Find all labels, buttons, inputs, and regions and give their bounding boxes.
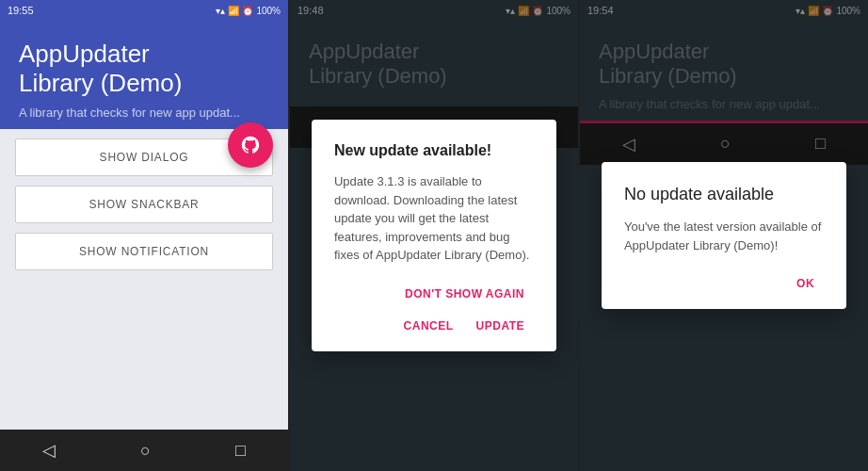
panel-update-dialog: 19:48 ▾▴ 📶 ⏰ 100% AppUpdaterLibrary (Dem… <box>290 0 578 471</box>
github-fab-button[interactable] <box>228 122 273 168</box>
no-update-dialog-message: You've the latest version available of A… <box>624 218 824 254</box>
no-update-dialog-actions: OK <box>624 269 824 298</box>
recent-button-1[interactable]: □ <box>235 441 246 461</box>
panel-main: 19:55 ▾▴ 📶 ⏰ 100% AppUpdaterLibrary (Dem… <box>0 0 288 471</box>
nav-bar-1: ◁ ○ □ <box>0 430 288 471</box>
no-update-dialog-title: No update available <box>624 185 824 204</box>
ok-button[interactable]: OK <box>787 269 824 298</box>
dialog-message-2: Update 3.1.3 is available to download. D… <box>334 172 534 265</box>
dialog-title-2: New update available! <box>334 142 534 159</box>
show-snackbar-button[interactable]: SHOW SNACKBAR <box>15 186 273 223</box>
update-button[interactable]: UPDATE <box>467 312 534 340</box>
signal-icon: 📶 <box>228 6 239 16</box>
panel-no-update-dialog: 19:54 ▾▴ 📶 ⏰ 100% AppUpdaterLibrary (Dem… <box>580 0 868 471</box>
dialog-overlay-3: No update available You've the latest ve… <box>580 0 868 471</box>
app-title-1: AppUpdaterLibrary (Demo) <box>19 40 269 98</box>
update-dialog: New update available! Update 3.1.3 is av… <box>312 120 556 351</box>
dont-show-again-button[interactable]: DON'T SHOW AGAIN <box>395 280 534 308</box>
dialog-actions-2: DON'T SHOW AGAIN CANCEL UPDATE <box>334 280 534 340</box>
time-1: 19:55 <box>8 5 34 16</box>
show-notification-button[interactable]: SHOW NOTIFICATION <box>15 233 273 270</box>
app-header-1: AppUpdaterLibrary (Demo) A library that … <box>0 21 288 129</box>
dialog-overlay-2: New update available! Update 3.1.3 is av… <box>290 0 578 471</box>
battery-label-1: 100% <box>256 6 281 16</box>
cancel-button[interactable]: CANCEL <box>394 312 463 340</box>
app-subtitle-1: A library that checks for new app updat.… <box>19 106 269 120</box>
github-icon <box>240 135 261 155</box>
home-button-1[interactable]: ○ <box>140 441 151 461</box>
no-update-dialog: No update available You've the latest ve… <box>602 162 846 309</box>
status-icons-1: ▾▴ 📶 ⏰ 100% <box>216 6 281 16</box>
status-bar-1: 19:55 ▾▴ 📶 ⏰ 100% <box>0 0 288 21</box>
app-content-1: SHOW DIALOG SHOW SNACKBAR SHOW NOTIFICAT… <box>0 129 288 430</box>
alarm-icon: ⏰ <box>242 6 253 16</box>
wifi-icon: ▾▴ <box>216 6 225 16</box>
back-button-1[interactable]: ◁ <box>42 440 56 461</box>
